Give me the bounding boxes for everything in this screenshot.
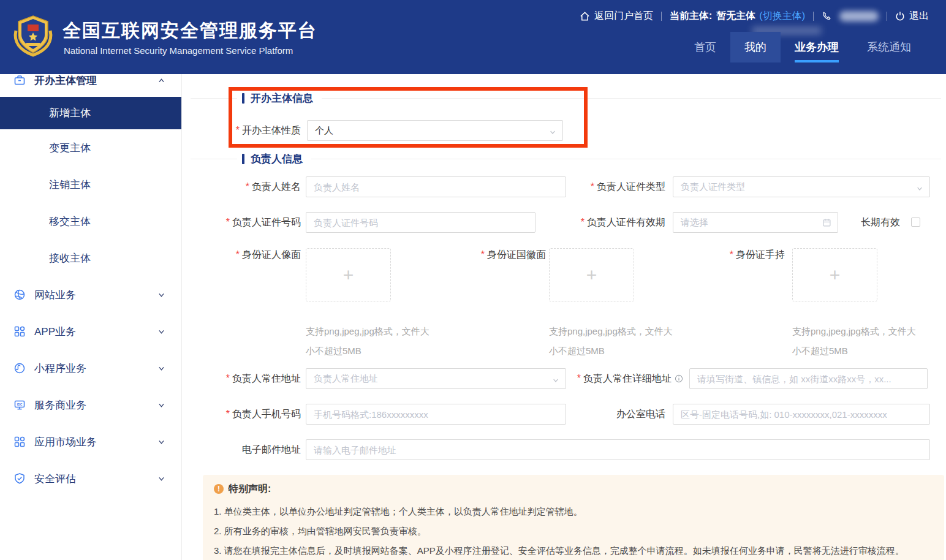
id-validity-date-input[interactable]: 请选择 bbox=[673, 212, 838, 233]
id-front-label: *身份证人像面 bbox=[197, 244, 301, 265]
grid-icon bbox=[13, 325, 26, 338]
chevron-down-icon bbox=[157, 365, 165, 373]
mobile-label: *负责人手机号码 bbox=[197, 404, 301, 425]
sidebar-item-label: APP业务 bbox=[34, 325, 76, 339]
logout-button[interactable]: 退出 bbox=[895, 10, 929, 23]
briefcase-icon bbox=[13, 74, 26, 86]
id-hold-upload-box[interactable]: + bbox=[792, 248, 877, 301]
address-label: *负责人常住地址 bbox=[197, 368, 301, 389]
sidebar-group-subject-management[interactable]: 开办主体管理 bbox=[0, 74, 181, 95]
section-title-bar bbox=[242, 93, 244, 104]
power-icon bbox=[895, 11, 905, 21]
office-phone-label: 办公室电话 bbox=[525, 404, 665, 425]
sidebar-item-label: 服务商业务 bbox=[34, 398, 86, 412]
subject-nature-label: *开办主体性质 bbox=[197, 120, 301, 141]
switch-subject-link[interactable]: (切换主体) bbox=[759, 10, 805, 23]
section-title-bar bbox=[242, 154, 244, 164]
long-term-valid-checkbox[interactable] bbox=[911, 218, 920, 227]
id-front-upload-hint: 支持png,jpeg,jpg格式，文件大小不超过5MB bbox=[306, 322, 453, 361]
sidebar-item-service-provider-business[interactable]: IDC 服务商业务 bbox=[0, 387, 181, 423]
info-icon[interactable] bbox=[675, 374, 683, 383]
page: 全国互联网安全管理服务平台 National Internet Security… bbox=[0, 0, 946, 560]
svg-text:IDC: IDC bbox=[17, 403, 23, 406]
plus-icon: + bbox=[586, 266, 597, 284]
chevron-down-icon bbox=[157, 438, 165, 446]
long-term-valid-label: 长期有效 bbox=[861, 212, 912, 233]
sidebar-item-receive-subject[interactable]: 接收主体 bbox=[0, 240, 181, 276]
id-number-input[interactable] bbox=[306, 212, 535, 233]
section-title-principal-info: 负责人信息 bbox=[237, 151, 311, 166]
plus-icon: + bbox=[830, 266, 841, 284]
home-icon bbox=[580, 11, 590, 21]
id-hold-label: *身份证手持 bbox=[691, 244, 785, 265]
current-subject-label: 当前主体: bbox=[670, 10, 712, 23]
divider bbox=[887, 12, 887, 21]
main-nav: 首页 我的 业务办理 系统通知 bbox=[680, 32, 925, 62]
chevron-down-icon bbox=[916, 185, 923, 192]
sidebar-item-add-subject[interactable]: 新增主体 bbox=[0, 97, 181, 129]
calendar-icon bbox=[822, 218, 831, 227]
sidebar-item-app-market-business[interactable]: 应用市场业务 bbox=[0, 423, 181, 460]
chevron-down-icon bbox=[549, 129, 556, 136]
user-phone bbox=[822, 11, 879, 21]
page-subtitle: National Internet Security Management Se… bbox=[64, 45, 293, 56]
page-title: 全国互联网安全管理服务平台 bbox=[62, 18, 317, 44]
phone-icon bbox=[822, 11, 831, 21]
divider bbox=[661, 12, 662, 21]
email-input[interactable] bbox=[306, 439, 930, 460]
special-statement-notice: ! 特别声明: 1. 单位类主体，以单位办公地址判定管辖地；个人类主体，以负责人… bbox=[203, 475, 944, 560]
section-title-subject-info: 开办主体信息 bbox=[237, 91, 322, 105]
sidebar-item-label: 应用市场业务 bbox=[34, 435, 97, 449]
id-number-label: *负责人证件号码 bbox=[197, 212, 301, 233]
sidebar: 开办主体管理 新增主体 变更主体 注销主体 移交主体 接收主体 网站业务 APP… bbox=[0, 74, 182, 560]
tab-home[interactable]: 首页 bbox=[680, 32, 730, 62]
sidebar-item-app-business[interactable]: APP业务 bbox=[0, 313, 181, 350]
sidebar-item-cancel-subject[interactable]: 注销主体 bbox=[0, 166, 181, 203]
current-subject-value: 暂无主体 bbox=[716, 10, 755, 23]
id-validity-label: *负责人证件有效期 bbox=[525, 212, 665, 233]
shield-check-icon bbox=[13, 472, 26, 485]
plus-icon: + bbox=[343, 266, 354, 284]
divider bbox=[813, 12, 814, 21]
id-back-label: *身份证国徽面 bbox=[445, 244, 546, 265]
sidebar-item-website-business[interactable]: 网站业务 bbox=[0, 276, 181, 313]
sidebar-item-label: 安全评估 bbox=[34, 472, 76, 486]
redacted-phone-number bbox=[839, 11, 879, 21]
warning-icon: ! bbox=[214, 484, 224, 494]
idc-monitor-icon: IDC bbox=[13, 399, 26, 411]
id-back-upload-hint: 支持png,jpeg,jpg格式，文件大小不超过5MB bbox=[549, 322, 696, 361]
sidebar-item-security-assessment[interactable]: 安全评估 bbox=[0, 460, 181, 497]
chevron-down-icon bbox=[157, 291, 165, 299]
id-type-select[interactable]: 负责人证件类型 bbox=[673, 176, 930, 197]
notice-line-3: 3. 请您在填报完主体信息后，及时填报网站备案、APP及小程序注册登记、安全评估… bbox=[214, 541, 933, 560]
tab-business[interactable]: 业务办理 bbox=[781, 32, 853, 62]
id-hold-upload-hint: 支持png,jpeg,jpg格式，文件大小不超过5MB bbox=[792, 322, 939, 361]
miniprogram-icon bbox=[13, 362, 26, 374]
chevron-down-icon bbox=[157, 328, 165, 336]
address-detail-input[interactable] bbox=[689, 368, 928, 389]
id-front-upload-box[interactable]: + bbox=[306, 248, 391, 301]
office-phone-input[interactable] bbox=[673, 404, 930, 425]
sidebar-group-label: 开办主体管理 bbox=[34, 74, 97, 88]
chevron-down-icon bbox=[157, 475, 165, 483]
notice-line-2: 2. 所有业务的审核，均由管辖地网安民警负责审核。 bbox=[214, 521, 933, 541]
sidebar-item-change-subject[interactable]: 变更主体 bbox=[0, 129, 181, 166]
globe-icon bbox=[13, 289, 26, 301]
address-detail-label: *负责人常住详细地址 bbox=[525, 368, 683, 390]
app-header: 全国互联网安全管理服务平台 National Internet Security… bbox=[0, 0, 946, 74]
id-back-upload-box[interactable]: + bbox=[549, 248, 634, 301]
id-type-label: *负责人证件类型 bbox=[525, 176, 665, 197]
tab-mine[interactable]: 我的 bbox=[730, 32, 781, 62]
notice-line-1: 1. 单位类主体，以单位办公地址判定管辖地；个人类主体，以负责人常住地址判定管辖… bbox=[214, 502, 933, 521]
email-label: 电子邮件地址 bbox=[197, 439, 301, 460]
portal-home-link[interactable]: 返回门户首页 bbox=[580, 10, 653, 23]
sidebar-item-miniprogram-business[interactable]: 小程序业务 bbox=[0, 350, 181, 387]
chevron-up-icon bbox=[157, 77, 165, 85]
tab-notifications[interactable]: 系统通知 bbox=[853, 32, 925, 62]
police-badge-icon bbox=[10, 12, 56, 59]
sidebar-item-transfer-subject[interactable]: 移交主体 bbox=[0, 203, 181, 240]
subject-nature-select[interactable]: 个人 bbox=[307, 120, 563, 141]
main-content: 开办主体信息 *开办主体性质 个人 负责人信息 *负责人姓名 *负责人证件类型 … bbox=[182, 74, 946, 560]
sidebar-item-label: 小程序业务 bbox=[34, 361, 86, 376]
notice-title: 特别声明: bbox=[229, 483, 271, 496]
